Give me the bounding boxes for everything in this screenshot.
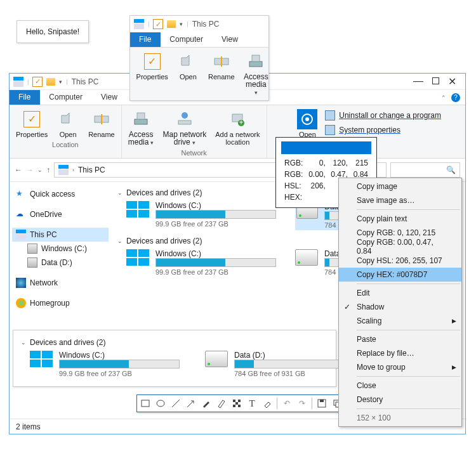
search-icon: 🔍 (446, 166, 456, 174)
sticky-note[interactable]: Hello, Snipaste! (17, 20, 89, 43)
tool-arrow[interactable] (184, 396, 198, 410)
svg-text:+: + (239, 118, 244, 127)
drive-meter (234, 360, 355, 368)
nav-drive-d[interactable]: Data (D:) (12, 256, 109, 270)
access-media-button[interactable]: Access media ▾ (239, 50, 272, 98)
menu-item[interactable]: Move to group▶ (339, 360, 461, 374)
tab-computer[interactable]: Computer (161, 32, 213, 47)
tool-mosaic[interactable] (230, 396, 244, 410)
folder-icon (167, 20, 176, 28)
rename-button[interactable]: Rename (204, 50, 238, 82)
nav-this-pc[interactable]: This PC (12, 228, 109, 242)
nav-quick-access[interactable]: ★Quick access (12, 187, 109, 201)
maximize-button[interactable] (432, 77, 439, 84)
menu-item[interactable]: Destory (339, 393, 461, 407)
collapse-ribbon-icon[interactable]: ⌃ (441, 94, 446, 101)
pc-icon (13, 77, 23, 87)
close-button[interactable]: ✕ (448, 75, 456, 88)
tool-pen[interactable] (199, 396, 213, 410)
help-icon[interactable]: ? (451, 93, 460, 102)
forward-button[interactable]: → (26, 166, 34, 174)
window-title: This PC (72, 77, 99, 86)
drive-item[interactable]: Windows (C:) 99.9 GB free of 237 GB (126, 249, 276, 276)
ribbon-tabs: File Computer View (130, 32, 268, 48)
svg-rect-23 (238, 405, 241, 407)
menu-item[interactable]: Replace by file… (339, 346, 461, 360)
color-swatch (281, 141, 371, 154)
tool-marker[interactable] (215, 396, 228, 410)
menu-item[interactable]: Paste (339, 332, 461, 346)
rename-button[interactable]: Rename (84, 108, 119, 140)
nav-network[interactable]: Network (12, 276, 109, 290)
menu-item[interactable]: Scaling▶ (339, 314, 461, 328)
section-header[interactable]: ⌄Devices and drives (2) (21, 338, 328, 347)
open-button[interactable]: Open (173, 50, 203, 82)
nav-drive-c[interactable]: Windows (C:) (12, 242, 109, 256)
tab-view[interactable]: View (213, 32, 248, 47)
svg-point-16 (157, 400, 164, 407)
svg-rect-22 (233, 405, 235, 407)
menu-item[interactable]: Copy HSL: 206, 255, 107 (339, 254, 461, 268)
redo-button[interactable]: ↷ (295, 396, 309, 410)
drive-item[interactable]: Data (D:) 784 GB free of 931 GB (205, 351, 355, 377)
menu-item[interactable]: Copy RGB: 0.00, 0.47, 0.84 (339, 240, 461, 254)
chevron-right-icon: › (72, 167, 74, 173)
tab-file[interactable]: File (130, 32, 161, 47)
open-button[interactable]: Open (53, 108, 83, 140)
group-label: Network (181, 149, 206, 157)
tab-file[interactable]: File (10, 90, 40, 105)
nav-pane: ★Quick access ☁OneDrive This PC Windows … (10, 182, 111, 432)
floating-explorer-snippet[interactable]: | ✓ ▾ | This PC File Computer View ✓Prop… (129, 15, 269, 101)
tool-line[interactable] (169, 396, 183, 410)
map-network-drive-button[interactable]: Map network drive ▾ (159, 108, 210, 148)
menu-item[interactable]: Close (339, 379, 461, 393)
pc-icon (134, 19, 144, 29)
menu-item[interactable]: Edit (339, 286, 461, 300)
search-box[interactable]: 🔍 (390, 162, 460, 178)
homegroup-icon (16, 298, 26, 308)
menu-item[interactable]: Shadow✓ (339, 300, 461, 314)
menu-item[interactable]: Copy HEX: #0078D7 (339, 268, 461, 282)
drive-item[interactable]: Windows (C:) 99.9 GB free of 237 GB (30, 351, 180, 377)
group-location: ✓Properties Open Rename Location (10, 105, 122, 158)
network-icon (16, 278, 26, 288)
overflow-icon[interactable]: ▾ (59, 79, 62, 85)
svg-rect-21 (235, 402, 238, 405)
properties-button[interactable]: ✓Properties (12, 108, 51, 140)
tab-computer[interactable]: Computer (40, 90, 92, 105)
access-media-button[interactable]: Access media ▾ (124, 108, 158, 148)
back-button[interactable]: ← (15, 166, 22, 174)
menu-item[interactable]: Save image as… (339, 193, 461, 207)
status-text: 2 items (16, 422, 41, 431)
folder-icon (46, 78, 55, 86)
history-dropdown[interactable]: ⌄ (37, 167, 43, 173)
nav-homegroup[interactable]: Homegroup (12, 296, 109, 310)
divider: | (66, 79, 67, 85)
window-title: This PC (192, 20, 220, 29)
uninstall-link[interactable]: Uninstall or change a program (325, 109, 441, 122)
windows-icon (30, 351, 53, 367)
breadcrumb-item[interactable]: This PC (78, 166, 105, 174)
minimize-button[interactable]: — (413, 75, 423, 88)
overflow-icon[interactable]: ▾ (180, 21, 183, 27)
tool-eraser[interactable] (260, 396, 274, 410)
menu-item[interactable]: Copy plain text (339, 212, 461, 226)
undo-button[interactable]: ↶ (280, 396, 294, 410)
save-button[interactable] (315, 396, 329, 410)
menu-item[interactable]: Copy image (339, 179, 461, 193)
tool-text[interactable]: T (245, 396, 259, 410)
drive-item[interactable]: Windows (C:) 99.9 GB free of 237 GB (126, 201, 276, 230)
nav-onedrive[interactable]: ☁OneDrive (12, 207, 109, 221)
drives-snippet[interactable]: ⌄Devices and drives (2) Windows (C:) 99.… (13, 330, 336, 387)
up-button[interactable]: ↑ (46, 166, 50, 174)
system-properties-link[interactable]: System properties (325, 124, 441, 136)
divider: | (27, 79, 29, 85)
tool-ellipse[interactable] (154, 396, 168, 410)
tool-rect[interactable] (138, 396, 152, 410)
add-network-location-button[interactable]: +Add a network location (211, 108, 263, 147)
drive-name: Windows (C:) (155, 249, 276, 258)
tab-view[interactable]: View (92, 90, 127, 105)
drive-meter (59, 360, 180, 368)
check-icon: ✓ (153, 19, 163, 29)
properties-button[interactable]: ✓Properties (133, 50, 171, 82)
